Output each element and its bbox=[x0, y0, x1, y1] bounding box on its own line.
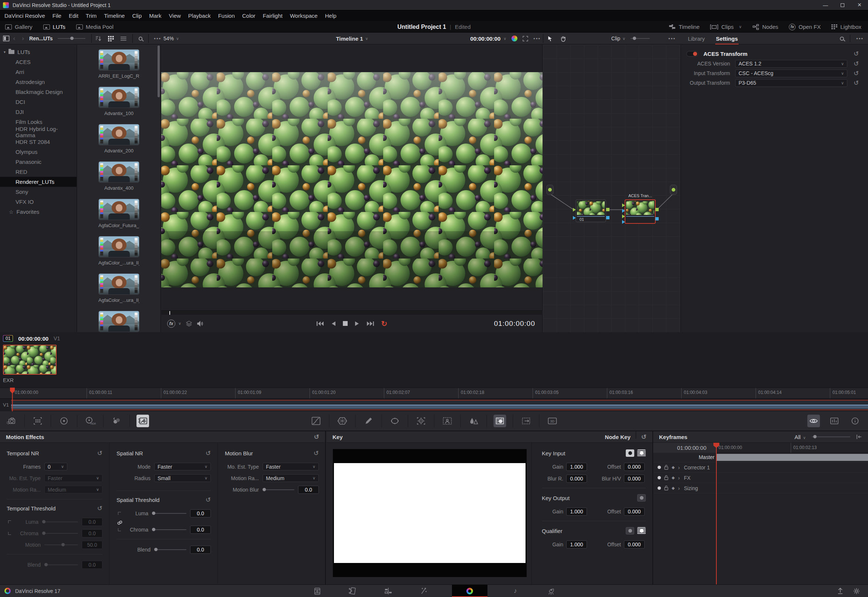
mo-est-type-dropdown[interactable]: Faster∨ bbox=[45, 474, 102, 482]
lut-folder-item[interactable]: Sony bbox=[0, 187, 77, 197]
motion-range-dropdown[interactable]: Medium∨ bbox=[45, 486, 102, 493]
plugin-enable-toggle[interactable] bbox=[686, 51, 698, 56]
temporal-blend-slider[interactable] bbox=[45, 564, 78, 565]
menu-item[interactable]: Fairlight bbox=[259, 10, 286, 21]
keyframes-filter[interactable]: All∨ bbox=[794, 434, 806, 440]
spatial-chroma-slider[interactable] bbox=[152, 529, 186, 530]
lut-folder-item[interactable]: Blackmagic Design bbox=[0, 87, 77, 97]
field-reset-icon[interactable]: ↺ bbox=[852, 61, 860, 67]
viewer-zoom-level[interactable]: 54% bbox=[163, 36, 174, 42]
camera-ra w-icon[interactable] bbox=[5, 414, 18, 427]
sidebar-toggle-icon[interactable] bbox=[3, 36, 10, 42]
wipe-modes-icon[interactable] bbox=[185, 321, 192, 327]
mb-mo-est-dropdown[interactable]: Faster∨ bbox=[263, 463, 319, 471]
lut-folder-item[interactable]: Astrodesign bbox=[0, 77, 77, 87]
search-icon[interactable] bbox=[840, 37, 844, 41]
expand-track-icon[interactable]: › bbox=[678, 485, 680, 491]
play-button[interactable] bbox=[355, 321, 359, 326]
sort-icon[interactable] bbox=[95, 36, 102, 42]
timeline-panel-button[interactable]: Timeline bbox=[664, 21, 705, 33]
node-output-socket[interactable] bbox=[670, 185, 677, 195]
keyframe-diamond-icon[interactable]: ◆ bbox=[672, 486, 675, 490]
thumbnail-size-slider[interactable] bbox=[58, 38, 85, 39]
field-reset-icon[interactable]: ↺ bbox=[852, 70, 860, 77]
lut-folder-item[interactable]: Renderer_LUTs bbox=[0, 177, 77, 187]
tracker-icon[interactable] bbox=[415, 414, 427, 427]
lut-thumbnail[interactable]: AgfaColor_Futura_100 bbox=[98, 199, 139, 228]
key-input-blur-r[interactable]: 0.000 bbox=[566, 475, 587, 483]
key-icon[interactable] bbox=[493, 414, 506, 427]
qualifier-offset[interactable]: 0.000 bbox=[624, 541, 645, 548]
key-input-invert-button[interactable] bbox=[626, 449, 634, 457]
panel-options-icon[interactable]: ••• bbox=[856, 36, 864, 42]
spatial-blend-slider[interactable] bbox=[154, 549, 186, 550]
key-input-matte-button[interactable] bbox=[637, 449, 646, 457]
reset-all-icon[interactable]: ↺ bbox=[852, 50, 860, 57]
lut-folder-item[interactable]: HDR Hybrid Log-Gamma bbox=[0, 127, 77, 137]
page-cut[interactable] bbox=[346, 585, 360, 597]
menu-item[interactable]: Edit bbox=[65, 10, 82, 21]
lut-folder-item[interactable]: DJI bbox=[0, 107, 77, 117]
timeline-ruler[interactable]: 01:00:00:0001:00:00:1101:00:00:2201:00:0… bbox=[0, 388, 868, 399]
curves-icon[interactable] bbox=[310, 414, 322, 427]
menu-item[interactable]: Mark bbox=[145, 10, 165, 21]
field-dropdown[interactable]: CSC - ACEScg ∨ bbox=[735, 70, 847, 77]
lut-thumbnail[interactable]: AgfaColor_...ura_II_200 bbox=[98, 273, 139, 303]
menu-item[interactable]: File bbox=[49, 10, 65, 21]
lut-thumbnail[interactable]: ARRI_EE_LogC_R709 bbox=[98, 49, 139, 79]
menu-item[interactable]: Trim bbox=[82, 10, 100, 21]
minimize-button[interactable]: — bbox=[817, 0, 834, 10]
loop-playback-button[interactable]: ↻ bbox=[381, 319, 387, 328]
hand-tool-icon[interactable] bbox=[560, 36, 566, 42]
qualifier-matte-button[interactable] bbox=[637, 527, 646, 535]
project-settings-gear-icon[interactable] bbox=[853, 588, 860, 594]
lut-thumbnail[interactable]: Advantix_100 bbox=[98, 86, 139, 116]
aces-transform-node[interactable]: ACES Tran... bbox=[622, 193, 659, 224]
page-media[interactable] bbox=[310, 585, 325, 597]
nav-forward-icon[interactable]: › bbox=[19, 35, 27, 42]
temporal-chroma-slider[interactable] bbox=[42, 533, 78, 534]
lock-icon[interactable] bbox=[664, 486, 668, 490]
corrector-node-01[interactable]: 01 bbox=[573, 200, 610, 222]
lut-folder-item[interactable]: HDR ST 2084 bbox=[0, 137, 77, 147]
info-icon[interactable] bbox=[849, 414, 861, 427]
audio-mute-icon[interactable] bbox=[197, 321, 203, 327]
keyframe-diamond-icon[interactable]: ◆ bbox=[672, 465, 675, 470]
list-view-icon[interactable] bbox=[120, 36, 126, 41]
qualifier-invert-button[interactable] bbox=[626, 527, 634, 535]
expand-track-icon[interactable]: › bbox=[678, 475, 680, 481]
menu-item[interactable]: Color bbox=[239, 10, 259, 21]
media-pool-button[interactable]: Media Pool bbox=[71, 21, 119, 33]
motion-blur-slider[interactable] bbox=[263, 489, 294, 490]
temporal-luma-slider[interactable] bbox=[42, 521, 78, 522]
lut-options-icon[interactable]: ••• bbox=[154, 36, 161, 42]
node-graph[interactable]: 01 ACES Tran... bbox=[543, 45, 681, 332]
viewer-timecode[interactable]: 00:00:00:00 bbox=[470, 36, 501, 42]
keyframe-diamond-icon[interactable]: ◆ bbox=[672, 475, 675, 480]
page-color[interactable] bbox=[452, 585, 487, 597]
menu-item[interactable]: Timeline bbox=[100, 10, 128, 21]
menu-item[interactable]: View bbox=[165, 10, 184, 21]
collapse-panel-icon[interactable] bbox=[856, 434, 862, 440]
nodes-panel-button[interactable]: Nodes bbox=[748, 21, 783, 33]
master-track-bar[interactable] bbox=[716, 454, 868, 461]
key-output-offset[interactable]: 0.000 bbox=[624, 508, 645, 515]
last-frame-button[interactable] bbox=[367, 321, 374, 326]
auto-color-icon[interactable] bbox=[512, 36, 518, 42]
tab-library[interactable]: Library bbox=[687, 33, 706, 45]
lock-icon[interactable] bbox=[664, 465, 668, 470]
tree-expand-icon[interactable]: ▾ bbox=[4, 50, 6, 54]
section-reset-icon[interactable]: ↺ bbox=[206, 497, 211, 503]
cursor-icon[interactable] bbox=[548, 36, 553, 42]
open-fx-button[interactable]: fx Open FX bbox=[784, 21, 826, 33]
clip-thumbnail[interactable] bbox=[3, 345, 56, 375]
spatial-mode-dropdown[interactable]: Faster∨ bbox=[154, 463, 211, 471]
motion-effects-icon[interactable] bbox=[137, 414, 149, 427]
menu-item[interactable]: Workspace bbox=[286, 10, 321, 21]
keyframes-zoom-slider[interactable] bbox=[812, 437, 850, 437]
grid-view-icon[interactable] bbox=[108, 36, 114, 42]
frames-dropdown[interactable]: 0∨ bbox=[45, 463, 67, 471]
key-output-gain[interactable]: 1.000 bbox=[566, 508, 587, 515]
luts-button[interactable]: LUTs bbox=[38, 21, 71, 33]
grade-preview-eye-icon[interactable] bbox=[807, 414, 820, 427]
